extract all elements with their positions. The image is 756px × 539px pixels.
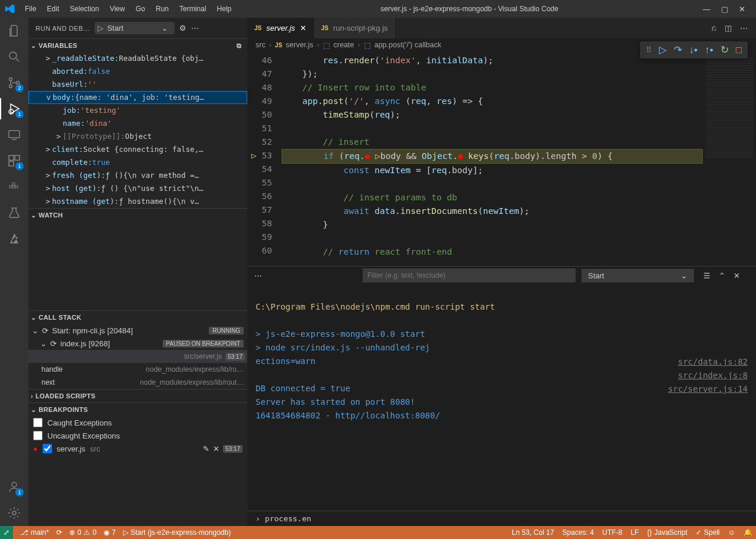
callstack-thread[interactable]: ⌄⟳Start: npm-cli.js [20484]RUNNING	[28, 324, 247, 337]
variable-row[interactable]: aborted: false	[28, 65, 247, 78]
problems[interactable]: ⊗ 0 ⚠ 0	[69, 528, 96, 537]
stack-frame[interactable]: src/server.js53:17	[28, 350, 247, 363]
drag-handle-icon[interactable]: ⠿	[646, 46, 652, 54]
step-into-icon[interactable]: ↓•	[689, 44, 697, 56]
bp-uncaught-checkbox[interactable]	[33, 431, 43, 440]
line-gutter[interactable]: 46474849505152▷5354555657585960	[247, 51, 282, 266]
notifications-icon[interactable]: 🔔	[744, 528, 752, 537]
explorer-icon[interactable]	[6, 22, 22, 39]
azure-icon[interactable]	[6, 230, 22, 247]
variable-row[interactable]: name: 'dina'	[28, 117, 247, 130]
variable-row[interactable]: complete: true	[28, 156, 247, 169]
close-tab-icon[interactable]: ✕	[300, 24, 306, 33]
accounts-icon[interactable]: 1	[6, 479, 22, 495]
list-icon[interactable]: ☰	[703, 271, 710, 280]
start-debug-button[interactable]: ▷Start⌄	[95, 22, 175, 34]
indent[interactable]: Spaces: 4	[563, 528, 594, 537]
debug-icon[interactable]: 1	[6, 100, 22, 117]
remove-icon[interactable]: ✕	[213, 444, 219, 453]
encoding[interactable]: UTF-8	[602, 528, 622, 537]
debug-console-output[interactable]: C:\Program Files\nodejs\npm.cmd run-scri…	[247, 284, 756, 511]
js-file-icon: JS	[321, 25, 328, 31]
minimize-icon[interactable]: —	[703, 5, 710, 14]
callstack-header[interactable]: ⌄CALL STACK	[28, 311, 247, 324]
loaded-scripts-header[interactable]: ›LOADED SCRIPTS	[28, 389, 247, 402]
variable-row[interactable]: >[[Prototype]]: Object	[28, 130, 247, 143]
menu-go[interactable]: Go	[131, 2, 150, 15]
debug-target[interactable]: ▷ Start (js-e2e-express-mongodb)	[123, 528, 231, 537]
variable-row[interactable]: baseUrl: ''	[28, 78, 247, 91]
git-branch[interactable]: ⎇ main*	[20, 528, 49, 537]
settings-gear-icon[interactable]	[6, 505, 22, 521]
callstack-thread[interactable]: ⌄⟳index.js [9268]PAUSED ON BREAKPOINT	[28, 337, 247, 350]
svg-point-13	[12, 482, 17, 487]
testing-icon[interactable]	[6, 204, 22, 221]
more-icon[interactable]: ⋯	[254, 271, 262, 280]
scm-icon[interactable]: 2	[6, 74, 22, 91]
split-editor-icon[interactable]: ◫	[725, 24, 732, 33]
stack-frame[interactable]: nextnode_modules/express/lib/rout…	[28, 376, 247, 389]
close-panel-icon[interactable]: ✕	[734, 271, 740, 280]
collapse-icon[interactable]: ⧉	[237, 42, 245, 50]
variables-header[interactable]: ⌄VARIABLES⧉	[28, 39, 247, 52]
svg-rect-5	[9, 131, 20, 138]
cursor-position[interactable]: Ln 53, Col 17	[512, 528, 554, 537]
step-out-icon[interactable]: ↑•	[705, 44, 713, 56]
collapse-icon[interactable]: ⌃	[719, 271, 725, 280]
restart-icon[interactable]: ↻	[721, 44, 729, 56]
feedback-icon[interactable]: ☺	[728, 528, 735, 537]
debug-repl-input[interactable]: ›process.en	[247, 511, 756, 526]
tab-runscript[interactable]: JSrun-script-pkg.js	[314, 18, 396, 38]
extensions-icon[interactable]: 1	[6, 152, 22, 169]
variable-row[interactable]: >fresh (get): ƒ (){\n var method =…	[28, 169, 247, 182]
continue-icon[interactable]: ▷	[659, 44, 667, 56]
bp-caught[interactable]: Caught Exceptions	[28, 416, 247, 429]
minimap[interactable]	[703, 51, 756, 266]
bp-caught-checkbox[interactable]	[33, 418, 43, 427]
stop-icon[interactable]: □	[736, 44, 742, 56]
menu-selection[interactable]: Selection	[65, 2, 104, 15]
spell[interactable]: ✓ Spell	[696, 528, 720, 537]
debug-filter-input[interactable]	[363, 268, 576, 283]
ports[interactable]: ◉ 7	[104, 528, 116, 537]
edit-icon[interactable]: ✎	[203, 444, 209, 453]
bp-file-checkbox[interactable]	[43, 444, 52, 453]
code-content[interactable]: res.render('index', initialData); }); //…	[282, 51, 703, 266]
variable-row[interactable]: vbody: {name: 'dina', job: 'testing…	[28, 91, 247, 104]
tab-server-js[interactable]: JSserver.js✕	[247, 18, 314, 38]
search-icon[interactable]	[6, 48, 22, 65]
breakpoints-header[interactable]: ⌄BREAKPOINTS	[28, 403, 247, 416]
menu-file[interactable]: File	[20, 2, 41, 15]
settings-gear-icon[interactable]: ⚙	[179, 24, 186, 33]
remote-indicator[interactable]: ⤢	[0, 526, 13, 539]
compare-changes-icon[interactable]: ⎌	[712, 24, 716, 33]
watch-header[interactable]: ⌄WATCH	[28, 209, 247, 222]
variable-row[interactable]: >host (get): ƒ () {\n"use strict"\n…	[28, 182, 247, 195]
variable-row[interactable]: job: 'testing'	[28, 104, 247, 117]
menu-help[interactable]: Help	[212, 2, 237, 15]
menu-run[interactable]: Run	[151, 2, 173, 15]
eol[interactable]: LF	[631, 528, 639, 537]
debug-toolbar[interactable]: ⠿ ▷ ↷ ↓• ↑• ↻ □	[640, 41, 748, 59]
variable-row[interactable]: >client: Socket {connecting: false,…	[28, 143, 247, 156]
menu-view[interactable]: View	[105, 2, 130, 15]
docker-icon[interactable]	[6, 178, 22, 195]
close-icon[interactable]: ✕	[739, 5, 745, 14]
step-over-icon[interactable]: ↷	[674, 44, 682, 56]
svg-point-0	[9, 52, 17, 59]
variable-row[interactable]: >_readableState: ReadableState {obj…	[28, 52, 247, 65]
bp-uncaught[interactable]: Uncaught Exceptions	[28, 429, 247, 442]
stack-frame[interactable]: handlenode_modules/express/lib/ro…	[28, 363, 247, 376]
remote-explorer-icon[interactable]	[6, 126, 22, 143]
debug-launch-select[interactable]: Start⌄	[581, 269, 694, 283]
sidebar-title: RUN AND DEB…	[35, 25, 90, 32]
variable-row[interactable]: >hostname (get): ƒ hostname(){\n v…	[28, 195, 247, 208]
maximize-icon[interactable]: ▢	[721, 5, 728, 14]
language-mode[interactable]: {} JavaScript	[647, 528, 687, 537]
menu-terminal[interactable]: Terminal	[175, 2, 211, 15]
more-icon[interactable]: ⋯	[191, 24, 199, 33]
bp-file[interactable]: ●server.jssrc ✎✕53:17	[28, 442, 247, 455]
more-icon[interactable]: ⋯	[740, 24, 748, 33]
menu-edit[interactable]: Edit	[42, 2, 64, 15]
sync-button[interactable]: ⟳	[56, 528, 62, 537]
